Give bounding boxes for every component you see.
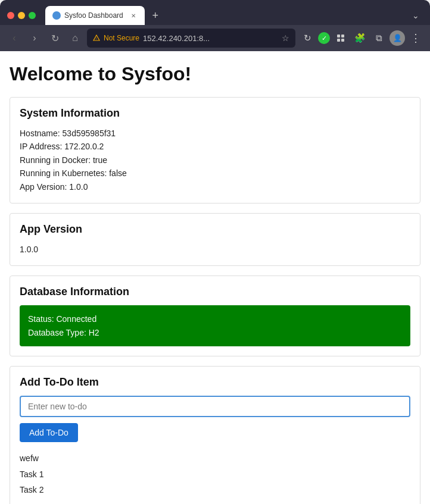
active-tab[interactable]: Sysfoo Dashboard ✕ [45,6,145,25]
svg-text:!: ! [96,37,97,40]
system-info-title: System Information [20,107,410,120]
svg-rect-3 [337,39,340,42]
list-item: wefw [20,450,410,466]
split-view-icon[interactable]: ⧉ [370,30,387,46]
title-bar: Sysfoo Dashboard ✕ + ⌄ [0,0,430,25]
list-item: Task 1 [20,467,410,482]
home-button[interactable]: ⌂ [67,30,83,46]
back-button[interactable]: ‹ [6,30,23,46]
nav-right-icons: ↻ ✓ 🧩 ⧉ 👤 ⋮ [299,30,424,46]
puzzle-icon[interactable]: 🧩 [351,30,368,46]
tab-bar: Sysfoo Dashboard ✕ + ⌄ [45,6,423,25]
app-version-info: App Version: 1.0.0 [20,180,410,193]
not-secure-icon: ! [93,35,100,42]
system-info-card: System Information Hostname: 53d595985f3… [10,97,420,204]
ip-info: IP Address: 172.20.0.2 [20,140,410,153]
forward-button[interactable]: › [26,30,43,46]
tab-favicon-icon [52,11,61,20]
todo-input[interactable] [20,396,410,417]
app-version-value: 1.0.0 [20,243,410,256]
status-icon: ✓ [318,32,330,44]
navigation-bar: ‹ › ↻ ⌂ ! Not Secure 152.42.240.201:8...… [0,25,430,51]
close-button[interactable] [7,12,14,19]
minimize-button[interactable] [18,12,25,19]
extensions-icon[interactable] [332,30,349,46]
todo-card: Add To-Do Item Add To-Do wefwTask 1Task … [10,366,420,504]
traffic-lights [7,12,36,19]
not-secure-label: Not Secure [104,34,139,42]
database-info-title: Database Information [20,286,410,298]
kubernetes-info: Running in Kubernetes: false [20,167,410,180]
app-version-title: App Version [20,223,410,236]
todo-list: wefwTask 1Task 2 [20,450,410,497]
hostname-info: Hostname: 53d595985f31 [20,127,410,140]
bookmark-icon[interactable]: ☆ [282,33,289,43]
page-title: Welcome to Sysfoo! [10,63,420,85]
app-version-card: App Version 1.0.0 [10,213,420,266]
refresh-nav-icon[interactable]: ↻ [299,30,316,46]
svg-rect-2 [341,35,344,37]
database-info-card: Database Information Status: Connected D… [10,276,420,356]
tab-overflow-button[interactable]: ⌄ [409,8,423,23]
docker-info: Running in Docker: true [20,154,410,167]
db-status: Status: Connected [28,312,402,325]
browser-window: Sysfoo Dashboard ✕ + ⌄ ‹ › ↻ ⌂ ! Not Sec… [0,0,430,51]
db-type: Database Type: H2 [28,326,402,339]
list-item: Task 2 [20,482,410,497]
new-tab-button[interactable]: + [147,7,164,24]
reload-button[interactable]: ↻ [46,30,63,46]
address-bar[interactable]: ! Not Secure 152.42.240.201:8... ☆ [87,29,295,48]
todo-section-title: Add To-Do Item [20,376,410,389]
avatar[interactable]: 👤 [390,30,405,46]
page-content: Welcome to Sysfoo! System Information Ho… [0,51,430,504]
add-todo-button[interactable]: Add To-Do [20,423,78,442]
tab-title: Sysfoo Dashboard [64,11,123,20]
svg-rect-1 [337,35,340,37]
tab-close-button[interactable]: ✕ [129,11,138,20]
maximize-button[interactable] [29,12,36,19]
database-status-box: Status: Connected Database Type: H2 [20,305,410,346]
address-text: 152.42.240.201:8... [143,34,278,43]
menu-icon[interactable]: ⋮ [407,30,424,46]
svg-rect-4 [341,39,344,42]
